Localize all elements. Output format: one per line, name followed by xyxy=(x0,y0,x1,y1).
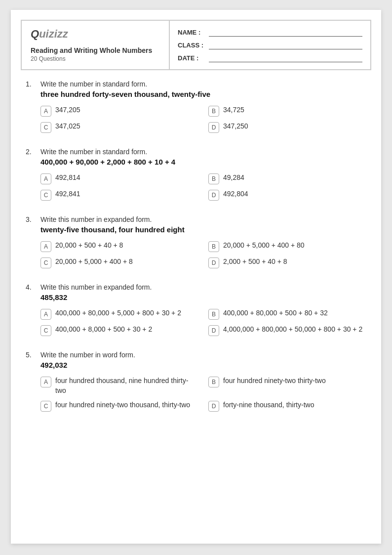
q3-text-a: 20,000 + 500 + 40 + 8 xyxy=(55,241,123,251)
date-line xyxy=(209,53,362,62)
q3-text-c: 20,000 + 5,000 + 400 + 8 xyxy=(55,257,133,267)
q1-header: 1. Write the number in standard form. th… xyxy=(26,80,366,98)
date-label: DATE : xyxy=(178,54,205,62)
q5-number: 5. xyxy=(26,351,36,369)
questions-container: 1. Write the number in standard form. th… xyxy=(11,70,381,412)
q5-letter-d: D xyxy=(208,401,219,412)
q4-letter-b: B xyxy=(208,309,219,320)
q4-text-c: 400,000 + 8,000 + 500 + 30 + 2 xyxy=(55,325,152,335)
class-line xyxy=(209,41,362,49)
q1-letter-a: A xyxy=(40,106,51,117)
q3-value: twenty-five thousand, four hundred eight xyxy=(40,225,366,234)
question-3: 3. Write this number in expanded form. t… xyxy=(26,215,366,268)
q2-text-d: 492,804 xyxy=(223,189,248,199)
q2-instruction: Write the number in standard form. xyxy=(40,148,366,156)
q3-option-a: A 20,000 + 500 + 40 + 8 xyxy=(40,241,198,252)
name-line xyxy=(209,28,362,37)
q5-text-a: four hundred thousand, nine hundred thir… xyxy=(55,376,198,395)
q4-text-a: 400,000 + 80,000 + 5,000 + 800 + 30 + 2 xyxy=(55,308,181,318)
q2-letter-a: A xyxy=(40,173,51,184)
q4-option-b: B 400,000 + 80,000 + 500 + 80 + 32 xyxy=(208,308,366,320)
q3-header: 3. Write this number in expanded form. t… xyxy=(26,215,366,234)
q2-letter-b: B xyxy=(208,173,219,184)
q1-value: three hundred forty-seven thousand, twen… xyxy=(40,90,366,98)
logo: Q uizizz xyxy=(31,28,160,41)
q3-instruction: Write this number in expanded form. xyxy=(40,215,366,223)
page: Q uizizz Reading and Writing Whole Numbe… xyxy=(11,10,381,544)
q4-letter-a: A xyxy=(40,309,51,320)
q2-letter-d: D xyxy=(208,190,219,201)
logo-rest: uizizz xyxy=(39,28,68,41)
header-right: NAME : CLASS : DATE : xyxy=(170,21,370,69)
q3-letter-a: A xyxy=(40,241,51,252)
q3-letter-d: D xyxy=(208,257,219,268)
q1-text-b: 34,725 xyxy=(223,105,244,115)
name-field-row: NAME : xyxy=(178,28,362,37)
q5-letter-b: B xyxy=(208,377,219,387)
q5-letter-a: A xyxy=(40,377,51,387)
q1-letter-c: C xyxy=(40,122,51,133)
q2-number: 2. xyxy=(26,148,36,166)
q3-text-d: 2,000 + 500 + 40 + 8 xyxy=(223,257,287,267)
q5-header: 5. Write the number in word form. 492,03… xyxy=(26,351,366,369)
q2-letter-c: C xyxy=(40,190,51,201)
q5-option-a: A four hundred thousand, nine hundred th… xyxy=(40,376,198,395)
q3-text-b: 20,000 + 5,000 + 400 + 80 xyxy=(223,241,305,251)
quiz-title: Reading and Writing Whole Numbers xyxy=(31,46,160,54)
question-5: 5. Write the number in word form. 492,03… xyxy=(26,351,366,412)
class-field-row: CLASS : xyxy=(178,41,362,49)
q4-value: 485,832 xyxy=(40,293,366,301)
q2-option-c: C 492,841 xyxy=(40,189,198,201)
q3-options: A 20,000 + 500 + 40 + 8 B 20,000 + 5,000… xyxy=(40,241,366,268)
question-4: 4. Write this number in expanded form. 4… xyxy=(26,283,366,336)
class-label: CLASS : xyxy=(178,42,205,49)
q2-text-c: 492,841 xyxy=(55,189,80,199)
q4-number: 4. xyxy=(26,283,36,301)
header-left: Q uizizz Reading and Writing Whole Numbe… xyxy=(22,21,170,69)
quiz-subtitle: 20 Questions xyxy=(31,55,160,62)
q1-options: A 347,205 B 34,725 C 347,025 D 347,250 xyxy=(40,105,366,133)
q2-option-d: D 492,804 xyxy=(208,189,366,201)
q1-letter-d: D xyxy=(208,122,219,133)
q4-letter-c: C xyxy=(40,325,51,336)
q4-text-wrap: Write this number in expanded form. 485,… xyxy=(40,283,366,301)
q5-text-wrap: Write the number in word form. 492,032 xyxy=(40,351,366,369)
q1-option-d: D 347,250 xyxy=(208,122,366,133)
question-1: 1. Write the number in standard form. th… xyxy=(26,80,366,133)
q1-text-a: 347,205 xyxy=(55,105,80,115)
q1-option-c: C 347,025 xyxy=(40,122,198,133)
q5-letter-c: C xyxy=(40,401,51,412)
q4-option-d: D 4,000,000 + 800,000 + 50,000 + 800 + 3… xyxy=(208,325,366,336)
q4-options: A 400,000 + 80,000 + 5,000 + 800 + 30 + … xyxy=(40,308,366,336)
q3-text-wrap: Write this number in expanded form. twen… xyxy=(40,215,366,234)
q1-text-d: 347,250 xyxy=(223,122,248,131)
q1-number: 1. xyxy=(26,80,36,98)
q2-option-b: B 49,284 xyxy=(208,173,366,184)
q2-text-a: 492,814 xyxy=(55,173,80,183)
q3-number: 3. xyxy=(26,215,36,234)
q4-option-a: A 400,000 + 80,000 + 5,000 + 800 + 30 + … xyxy=(40,308,198,320)
q1-option-a: A 347,205 xyxy=(40,105,198,117)
q4-text-d: 4,000,000 + 800,000 + 50,000 + 800 + 30 … xyxy=(223,325,362,335)
q1-letter-b: B xyxy=(208,106,219,117)
q5-text-c: four hundred ninety-two thousand, thirty… xyxy=(55,400,190,410)
q2-text-wrap: Write the number in standard form. 400,0… xyxy=(40,148,366,166)
q4-header: 4. Write this number in expanded form. 4… xyxy=(26,283,366,301)
q5-value: 492,032 xyxy=(40,361,366,369)
q4-option-c: C 400,000 + 8,000 + 500 + 30 + 2 xyxy=(40,325,198,336)
q5-text-d: forty-nine thousand, thirty-two xyxy=(223,400,314,410)
q2-option-a: A 492,814 xyxy=(40,173,198,184)
name-label: NAME : xyxy=(178,29,205,36)
q3-option-d: D 2,000 + 500 + 40 + 8 xyxy=(208,257,366,268)
q3-letter-b: B xyxy=(208,241,219,252)
q4-letter-d: D xyxy=(208,325,219,336)
q2-text-b: 49,284 xyxy=(223,173,244,183)
q5-instruction: Write the number in word form. xyxy=(40,351,366,359)
q1-instruction: Write the number in standard form. xyxy=(40,80,366,88)
q2-value: 400,000 + 90,000 + 2,000 + 800 + 10 + 4 xyxy=(40,158,366,166)
q5-option-c: C four hundred ninety-two thousand, thir… xyxy=(40,400,198,412)
logo-q: Q xyxy=(31,28,39,41)
question-2: 2. Write the number in standard form. 40… xyxy=(26,148,366,201)
q5-option-d: D forty-nine thousand, thirty-two xyxy=(208,400,366,412)
q5-text-b: four hundred ninety-two thirty-two xyxy=(223,376,326,386)
